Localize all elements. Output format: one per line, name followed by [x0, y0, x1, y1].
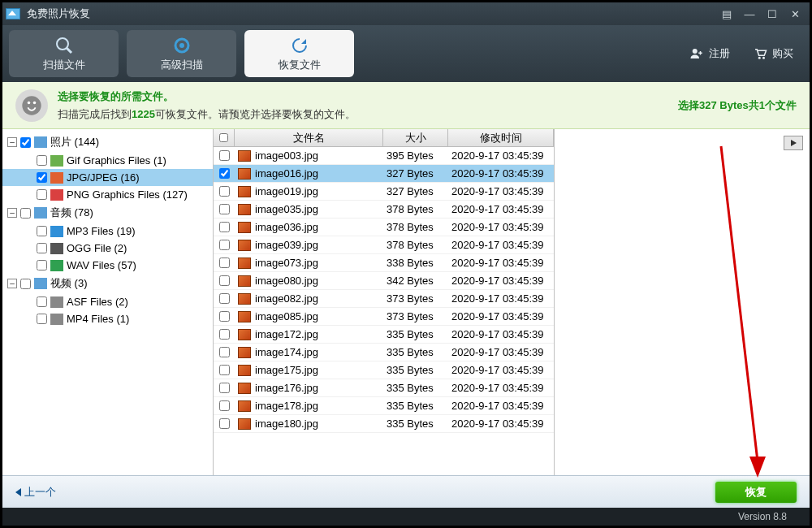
tree-node[interactable]: MP4 Files (1) — [2, 310, 213, 327]
gear-icon — [171, 35, 192, 56]
svg-point-9 — [33, 101, 37, 104]
tree-node[interactable]: JPG/JPEG (16) — [2, 169, 213, 186]
tree-node[interactable]: PNG Graphics Files (127) — [2, 186, 213, 203]
image-icon — [238, 258, 251, 269]
file-row[interactable]: image019.jpg327 Bytes2020-9-17 03:45:39 — [214, 183, 554, 201]
file-row[interactable]: image073.jpg338 Bytes2020-9-17 03:45:39 — [214, 254, 554, 272]
recover-button[interactable]: 恢复 — [715, 482, 797, 503]
file-checkbox[interactable] — [219, 383, 230, 393]
file-list-header: 文件名 大小 修改时间 — [214, 129, 554, 147]
file-row[interactable]: image178.jpg335 Bytes2020-9-17 03:45:39 — [214, 397, 554, 415]
file-time: 2020-9-17 03:45:39 — [451, 400, 543, 412]
svg-point-6 — [762, 57, 765, 59]
main-content: –照片 (144)Gif Graphics Files (1)JPG/JPEG … — [2, 129, 810, 475]
file-name: image035.jpg — [255, 203, 318, 215]
image-icon — [238, 222, 251, 233]
file-checkbox[interactable] — [219, 418, 230, 429]
close-button[interactable]: ✕ — [784, 6, 806, 22]
tree-label: 视频 (3) — [50, 276, 88, 291]
file-size: 338 Bytes — [387, 257, 434, 269]
menu-icon[interactable]: ▤ — [715, 6, 738, 22]
file-checkbox[interactable] — [219, 150, 230, 161]
file-row[interactable]: image080.jpg342 Bytes2020-9-17 03:45:39 — [214, 272, 554, 290]
header-size[interactable]: 大小 — [383, 129, 448, 146]
tree-checkbox[interactable] — [37, 155, 47, 166]
file-checkbox[interactable] — [219, 240, 230, 250]
prev-button[interactable]: 上一个 — [15, 485, 56, 500]
tree-node[interactable]: ASF Files (2) — [2, 293, 213, 310]
tree-node[interactable]: –音频 (78) — [2, 203, 213, 223]
tree-node[interactable]: Gif Graphics Files (1) — [2, 152, 213, 169]
tree-node[interactable]: –照片 (144) — [2, 132, 213, 152]
file-row[interactable]: image176.jpg335 Bytes2020-9-17 03:45:39 — [214, 379, 554, 397]
file-time: 2020-9-17 03:45:39 — [451, 292, 543, 305]
file-row[interactable]: image085.jpg373 Bytes2020-9-17 03:45:39 — [214, 308, 554, 326]
file-name: image180.jpg — [255, 418, 318, 430]
file-row[interactable]: image035.jpg378 Bytes2020-9-17 03:45:39 — [214, 201, 554, 219]
tree-checkbox[interactable] — [20, 208, 31, 219]
file-name: image039.jpg — [255, 239, 318, 251]
tree-node[interactable]: OGG File (2) — [2, 240, 213, 257]
file-checkbox[interactable] — [219, 400, 230, 411]
collapse-toggle[interactable]: – — [7, 279, 17, 288]
tree-checkbox[interactable] — [37, 226, 47, 236]
file-checkbox[interactable] — [219, 293, 230, 304]
tree-label: PNG Graphics Files (127) — [67, 188, 188, 201]
tree-checkbox[interactable] — [37, 314, 47, 324]
image-icon — [238, 400, 251, 412]
file-checkbox[interactable] — [219, 186, 230, 197]
tree-checkbox[interactable] — [37, 189, 47, 200]
file-row[interactable]: image036.jpg378 Bytes2020-9-17 03:45:39 — [214, 219, 554, 236]
file-checkbox[interactable] — [219, 311, 230, 322]
file-checkbox[interactable] — [219, 168, 230, 179]
register-link[interactable]: 注册 — [689, 46, 730, 61]
tree-node[interactable]: –视频 (3) — [2, 274, 213, 293]
file-row[interactable]: image003.jpg395 Bytes2020-9-17 03:45:39 — [214, 147, 554, 165]
buy-link[interactable]: 购买 — [753, 46, 793, 61]
ogg-icon — [50, 243, 63, 254]
file-checkbox[interactable] — [219, 222, 230, 232]
mp3-icon — [50, 226, 63, 237]
file-checkbox[interactable] — [219, 275, 230, 286]
file-time: 2020-9-17 03:45:39 — [451, 275, 543, 287]
minimize-button[interactable]: — — [738, 6, 761, 22]
play-button[interactable] — [784, 136, 803, 150]
file-row[interactable]: image175.jpg335 Bytes2020-9-17 03:45:39 — [214, 361, 554, 379]
tab-advanced-scan[interactable]: 高级扫描 — [127, 30, 236, 77]
file-name: image003.jpg — [255, 149, 318, 162]
file-row[interactable]: image174.jpg335 Bytes2020-9-17 03:45:39 — [214, 344, 554, 361]
file-checkbox[interactable] — [219, 347, 230, 357]
tree-node[interactable]: MP3 Files (19) — [2, 223, 213, 240]
file-checkbox[interactable] — [219, 204, 230, 214]
header-checkbox[interactable] — [214, 129, 235, 146]
mp4-icon — [50, 314, 63, 325]
collapse-toggle[interactable]: – — [7, 208, 17, 218]
file-checkbox[interactable] — [219, 258, 230, 268]
file-checkbox[interactable] — [219, 365, 230, 375]
maximize-button[interactable]: ☐ — [761, 6, 784, 22]
file-row[interactable]: image172.jpg335 Bytes2020-9-17 03:45:39 — [214, 326, 554, 344]
file-name: image176.jpg — [255, 382, 318, 394]
image-icon — [238, 347, 251, 358]
tree-checkbox[interactable] — [37, 296, 47, 307]
tab-recover-files[interactable]: 恢复文件 — [244, 30, 354, 77]
refresh-icon — [289, 35, 310, 56]
tab-scan-files[interactable]: 扫描文件 — [9, 30, 119, 77]
tree-checkbox[interactable] — [20, 279, 31, 289]
header-filename[interactable]: 文件名 — [235, 129, 383, 146]
file-checkbox[interactable] — [219, 329, 230, 340]
tree-checkbox[interactable] — [37, 172, 47, 183]
file-row[interactable]: image016.jpg327 Bytes2020-9-17 03:45:39 — [214, 165, 554, 183]
tree-node[interactable]: WAV Files (57) — [2, 257, 213, 274]
tree-checkbox[interactable] — [37, 260, 47, 270]
titlebar: 免费照片恢复 ▤ — ☐ ✕ — [2, 2, 810, 25]
file-row[interactable]: image180.jpg335 Bytes2020-9-17 03:45:39 — [214, 415, 554, 433]
tree-checkbox[interactable] — [37, 243, 47, 253]
file-row[interactable]: image082.jpg373 Bytes2020-9-17 03:45:39 — [214, 290, 554, 308]
tree-checkbox[interactable] — [20, 137, 31, 148]
collapse-toggle[interactable]: – — [7, 137, 17, 147]
file-row[interactable]: image039.jpg378 Bytes2020-9-17 03:45:39 — [214, 236, 554, 254]
image-icon — [238, 383, 251, 394]
header-time[interactable]: 修改时间 — [448, 129, 554, 146]
file-time: 2020-9-17 03:45:39 — [451, 239, 543, 251]
